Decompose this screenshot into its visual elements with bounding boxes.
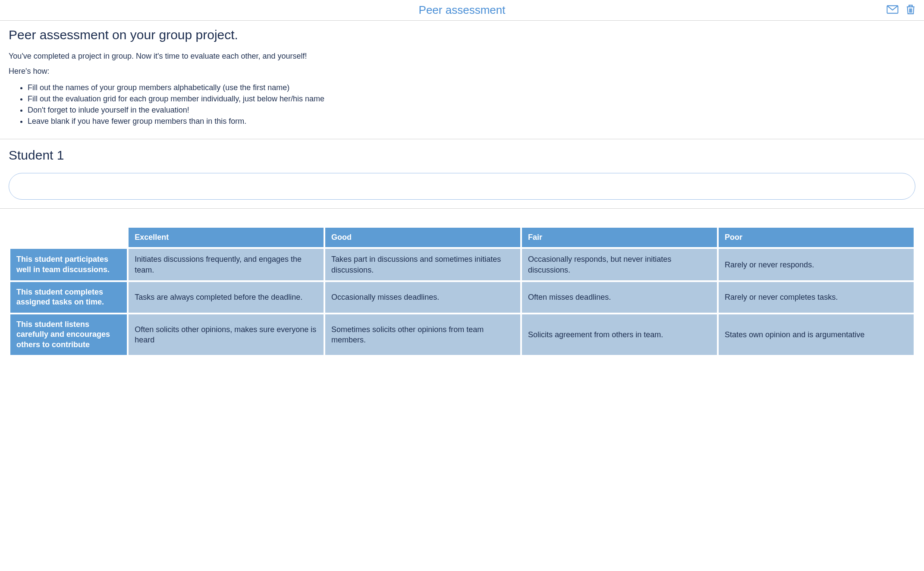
student-heading: Student 1 bbox=[9, 148, 915, 163]
rubric-table: Excellent Good Fair Poor This student pa… bbox=[9, 226, 915, 357]
mail-icon[interactable] bbox=[886, 3, 899, 18]
rubric-row-header: This student completes assigned tasks on… bbox=[10, 282, 127, 313]
rubric-cell[interactable]: Often solicits other opinions, makes sur… bbox=[129, 314, 324, 355]
rubric-cell[interactable]: Rarely or never completes tasks. bbox=[719, 282, 914, 313]
rubric-row-header: This student participates well in team d… bbox=[10, 249, 127, 280]
page-title: Peer assessment bbox=[419, 3, 506, 17]
rubric-col-header: Good bbox=[325, 228, 520, 247]
rubric-cell[interactable]: States own opinion and is argumentative bbox=[719, 314, 914, 355]
rubric-col-header: Fair bbox=[522, 228, 717, 247]
trash-icon[interactable] bbox=[904, 3, 917, 18]
rubric-row: This student participates well in team d… bbox=[10, 249, 914, 280]
header-icons bbox=[886, 3, 917, 18]
rubric-row-header: This student listens carefully and encou… bbox=[10, 314, 127, 355]
intro-heading: Peer assessment on your group project. bbox=[9, 28, 915, 42]
intro-bullet-list: Fill out the names of your group members… bbox=[9, 82, 915, 127]
rubric-cell[interactable]: Occasionally misses deadlines. bbox=[325, 282, 520, 313]
rubric-cell[interactable]: Takes part in discussions and sometimes … bbox=[325, 249, 520, 280]
intro-bullet: Fill out the evaluation grid for each gr… bbox=[28, 93, 915, 104]
rubric-col-header: Poor bbox=[719, 228, 914, 247]
intro-bullet: Fill out the names of your group members… bbox=[28, 82, 915, 93]
rubric-row: This student completes assigned tasks on… bbox=[10, 282, 914, 313]
intro-section: Peer assessment on your group project. Y… bbox=[0, 21, 924, 139]
rubric-cell[interactable]: Solicits agreement from others in team. bbox=[522, 314, 717, 355]
rubric-row: This student listens carefully and encou… bbox=[10, 314, 914, 355]
intro-line2: Here's how: bbox=[9, 67, 915, 76]
rubric-cell[interactable]: Tasks are always completed before the de… bbox=[129, 282, 324, 313]
student-name-input[interactable] bbox=[9, 173, 915, 200]
intro-bullet: Leave blank if you have fewer group memb… bbox=[28, 116, 915, 127]
rubric-section: Excellent Good Fair Poor This student pa… bbox=[0, 209, 924, 357]
intro-bullet: Don't forget to inlude yourself in the e… bbox=[28, 104, 915, 116]
intro-line1: You've completed a project in group. Now… bbox=[9, 52, 915, 61]
rubric-col-header: Excellent bbox=[129, 228, 324, 247]
rubric-cell[interactable]: Often misses deadlines. bbox=[522, 282, 717, 313]
student-section: Student 1 bbox=[0, 139, 924, 209]
rubric-cell[interactable]: Occasionally responds, but never initiat… bbox=[522, 249, 717, 280]
page-header: Peer assessment bbox=[0, 0, 924, 21]
rubric-cell[interactable]: Rarely or never responds. bbox=[719, 249, 914, 280]
rubric-corner bbox=[10, 228, 127, 247]
rubric-cell[interactable]: Initiates discussions frequently, and en… bbox=[129, 249, 324, 280]
rubric-cell[interactable]: Sometimes solicits other opinions from t… bbox=[325, 314, 520, 355]
